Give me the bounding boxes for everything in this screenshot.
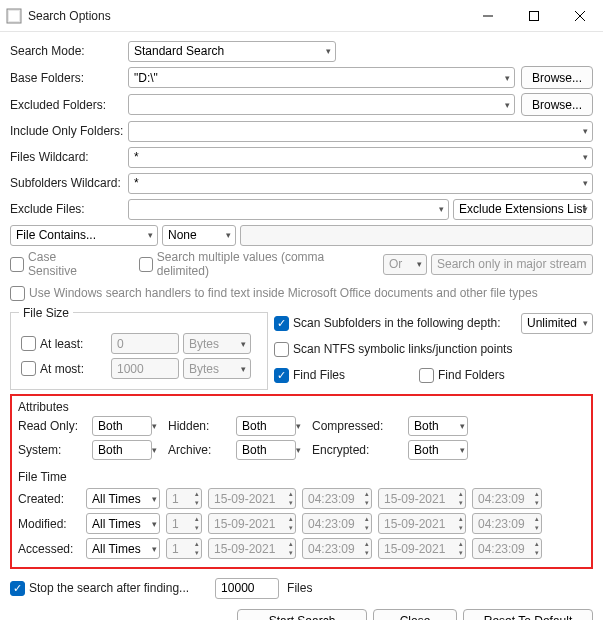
spin-up-icon[interactable]: ▴ bbox=[456, 490, 466, 498]
multi-values-checkbox[interactable] bbox=[139, 257, 153, 272]
include-only-input[interactable] bbox=[128, 121, 593, 142]
svg-rect-3 bbox=[530, 11, 539, 20]
at-least-checkbox[interactable] bbox=[21, 336, 36, 351]
spin-up-icon[interactable]: ▴ bbox=[532, 490, 542, 498]
modified-date-to-input[interactable] bbox=[378, 513, 466, 534]
spin-down-icon[interactable]: ▾ bbox=[286, 524, 296, 532]
browse-excluded-button[interactable]: Browse... bbox=[521, 93, 593, 116]
minimize-button[interactable] bbox=[465, 1, 511, 31]
read-only-label: Read Only: bbox=[18, 419, 86, 433]
created-range-select[interactable] bbox=[86, 488, 160, 509]
major-streams-input[interactable] bbox=[431, 254, 593, 275]
case-sensitive-label: Case Sensitive bbox=[28, 250, 103, 278]
modified-range-select[interactable] bbox=[86, 513, 160, 534]
or-select[interactable] bbox=[383, 254, 427, 275]
modified-date-from-input[interactable] bbox=[208, 513, 296, 534]
scan-ntfs-checkbox[interactable] bbox=[274, 342, 289, 357]
search-mode-label: Search Mode: bbox=[10, 44, 128, 58]
at-most-unit-select[interactable] bbox=[183, 358, 251, 379]
spin-up-icon[interactable]: ▴ bbox=[532, 540, 542, 548]
chevron-down-icon: ▾ bbox=[296, 421, 301, 431]
spin-up-icon[interactable]: ▴ bbox=[286, 490, 296, 498]
start-search-button[interactable]: Start Search bbox=[237, 609, 367, 620]
spin-up-icon[interactable]: ▴ bbox=[456, 515, 466, 523]
compressed-label: Compressed: bbox=[312, 419, 402, 433]
spin-down-icon[interactable]: ▾ bbox=[192, 549, 202, 557]
maximize-button[interactable] bbox=[511, 1, 557, 31]
hidden-label: Hidden: bbox=[168, 419, 230, 433]
stop-after-input[interactable] bbox=[215, 578, 279, 599]
system-select[interactable] bbox=[92, 440, 152, 460]
created-date-from-input[interactable] bbox=[208, 488, 296, 509]
at-most-checkbox[interactable] bbox=[21, 361, 36, 376]
spin-down-icon[interactable]: ▾ bbox=[286, 549, 296, 557]
spin-down-icon[interactable]: ▾ bbox=[286, 499, 296, 507]
case-sensitive-checkbox[interactable] bbox=[10, 257, 24, 272]
stop-after-checkbox[interactable] bbox=[10, 581, 25, 596]
spin-up-icon[interactable]: ▴ bbox=[362, 515, 372, 523]
scan-ntfs-label: Scan NTFS symbolic links/junction points bbox=[293, 342, 512, 356]
spin-down-icon[interactable]: ▾ bbox=[362, 499, 372, 507]
spin-down-icon[interactable]: ▾ bbox=[532, 499, 542, 507]
archive-select[interactable] bbox=[236, 440, 296, 460]
scan-subfolders-label: Scan Subfolders in the following depth: bbox=[293, 316, 500, 330]
subfolders-wildcard-label: Subfolders Wildcard: bbox=[10, 176, 128, 190]
at-most-label: At most: bbox=[40, 362, 84, 376]
dialog-content: Search Mode: ▾ Base Folders: ▾ Browse...… bbox=[0, 32, 603, 620]
encrypted-select[interactable] bbox=[408, 440, 468, 460]
spin-up-icon[interactable]: ▴ bbox=[456, 540, 466, 548]
spin-down-icon[interactable]: ▾ bbox=[192, 524, 202, 532]
spin-up-icon[interactable]: ▴ bbox=[286, 515, 296, 523]
spin-down-icon[interactable]: ▾ bbox=[456, 499, 466, 507]
archive-label: Archive: bbox=[168, 443, 230, 457]
accessed-date-from-input[interactable] bbox=[208, 538, 296, 559]
spin-up-icon[interactable]: ▴ bbox=[362, 490, 372, 498]
spin-down-icon[interactable]: ▾ bbox=[532, 524, 542, 532]
browse-base-button[interactable]: Browse... bbox=[521, 66, 593, 89]
file-contains-select[interactable] bbox=[10, 225, 158, 246]
base-folders-input[interactable] bbox=[128, 67, 515, 88]
file-contains-value-input[interactable] bbox=[240, 225, 593, 246]
find-files-checkbox[interactable] bbox=[274, 368, 289, 383]
base-folders-label: Base Folders: bbox=[10, 71, 128, 85]
spin-up-icon[interactable]: ▴ bbox=[192, 540, 202, 548]
include-only-label: Include Only Folders: bbox=[10, 124, 128, 138]
spin-down-icon[interactable]: ▾ bbox=[192, 499, 202, 507]
spin-down-icon[interactable]: ▾ bbox=[362, 549, 372, 557]
exclude-files-input[interactable] bbox=[128, 199, 449, 220]
scan-subfolders-checkbox[interactable] bbox=[274, 316, 289, 331]
created-label: Created: bbox=[18, 492, 82, 506]
accessed-range-select[interactable] bbox=[86, 538, 160, 559]
created-date-to-input[interactable] bbox=[378, 488, 466, 509]
spin-up-icon[interactable]: ▴ bbox=[192, 515, 202, 523]
spin-up-icon[interactable]: ▴ bbox=[286, 540, 296, 548]
file-contains-opt-select[interactable] bbox=[162, 225, 236, 246]
files-wildcard-input[interactable] bbox=[128, 147, 593, 168]
subfolders-wildcard-input[interactable] bbox=[128, 173, 593, 194]
spin-up-icon[interactable]: ▴ bbox=[362, 540, 372, 548]
reset-default-button[interactable]: Reset To Default bbox=[463, 609, 593, 620]
close-dialog-button[interactable]: Close bbox=[373, 609, 457, 620]
depth-select[interactable] bbox=[521, 313, 593, 334]
spin-down-icon[interactable]: ▾ bbox=[456, 549, 466, 557]
read-only-select[interactable] bbox=[92, 416, 152, 436]
spin-up-icon[interactable]: ▴ bbox=[532, 515, 542, 523]
search-mode-select[interactable] bbox=[128, 41, 336, 62]
close-button[interactable] bbox=[557, 1, 603, 31]
spin-down-icon[interactable]: ▾ bbox=[532, 549, 542, 557]
exclude-extensions-select[interactable] bbox=[453, 199, 593, 220]
compressed-select[interactable] bbox=[408, 416, 468, 436]
find-folders-checkbox[interactable] bbox=[419, 368, 434, 383]
spin-down-icon[interactable]: ▾ bbox=[362, 524, 372, 532]
hidden-select[interactable] bbox=[236, 416, 296, 436]
win-handlers-checkbox[interactable] bbox=[10, 286, 25, 301]
stop-after-label: Stop the search after finding... bbox=[29, 581, 189, 595]
at-least-unit-select[interactable] bbox=[183, 333, 251, 354]
excluded-folders-input[interactable] bbox=[128, 94, 515, 115]
at-least-input[interactable] bbox=[111, 333, 179, 354]
spin-down-icon[interactable]: ▾ bbox=[456, 524, 466, 532]
at-most-input[interactable] bbox=[111, 358, 179, 379]
accessed-date-to-input[interactable] bbox=[378, 538, 466, 559]
exclude-files-label: Exclude Files: bbox=[10, 202, 128, 216]
spin-up-icon[interactable]: ▴ bbox=[192, 490, 202, 498]
